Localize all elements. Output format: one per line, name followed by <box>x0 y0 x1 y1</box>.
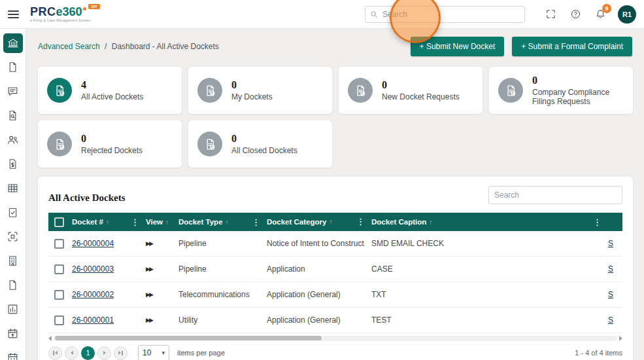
docket-stat-icon <box>47 132 72 156</box>
column-header-type[interactable]: Docket Type↑ ⋮ <box>176 216 264 228</box>
docket-number-link[interactable]: 26-0000004 <box>72 239 114 248</box>
view-docket-icon[interactable]: ▶▶ <box>146 291 152 298</box>
sort-icon[interactable]: ↑ <box>329 218 332 226</box>
column-menu-icon[interactable]: ⋮ <box>592 217 603 227</box>
menu-button[interactable] <box>8 6 25 23</box>
row-checkbox[interactable] <box>54 315 64 325</box>
scroll-left-icon[interactable] <box>48 336 52 341</box>
submit-formal-complaint-button[interactable]: + Submit a Formal Complaint <box>512 37 632 56</box>
docket-category-cell: Application (General) <box>264 289 369 301</box>
calendar-icon <box>7 351 19 360</box>
stat-label: All Closed Dockets <box>231 146 297 155</box>
sidebar-item-files[interactable] <box>0 273 26 297</box>
all-active-dockets-panel: All Active Dockets Docket #↑ ⋮ View↑ Doc… <box>38 177 633 360</box>
sidebar-item-calendar-export[interactable] <box>0 321 26 346</box>
docket-stat-icon <box>348 78 373 103</box>
pagination-current-page[interactable]: 1 <box>81 346 95 360</box>
clipped-link[interactable]: S <box>608 290 613 299</box>
column-header-docket[interactable]: Docket #↑ ⋮ <box>69 216 143 228</box>
pagination-previous-button[interactable] <box>65 346 78 360</box>
notification-badge: 9 <box>602 4 611 13</box>
clipped-link[interactable]: S <box>608 239 613 248</box>
sidebar-item-reports[interactable] <box>0 297 26 321</box>
app-logo[interactable]: PRC e360 e-Filing & Case Management Syst… <box>30 6 91 22</box>
sidebar-item-parties[interactable] <box>0 128 26 152</box>
docket-caption-cell: TXT <box>369 289 605 300</box>
chevron-down-icon: ▾ <box>161 350 165 356</box>
clipped-link[interactable]: S <box>608 264 613 274</box>
pagination-next-button[interactable] <box>97 346 111 360</box>
scrollbar-track[interactable] <box>54 336 617 341</box>
sort-icon[interactable]: ↑ <box>226 219 229 226</box>
scroll-right-icon[interactable] <box>619 336 622 341</box>
sidebar-item-organization[interactable] <box>0 249 26 273</box>
scrollbar-thumb[interactable] <box>55 336 322 340</box>
horizontal-scrollbar[interactable] <box>48 335 622 341</box>
docket-number-link[interactable]: 26-0000001 <box>72 315 114 325</box>
column-menu-icon[interactable]: ⋮ <box>129 217 141 227</box>
document-icon <box>7 61 19 73</box>
global-search-input[interactable] <box>365 6 525 23</box>
table-search-input[interactable] <box>488 186 622 204</box>
help-button[interactable] <box>568 7 583 22</box>
users-icon <box>7 134 19 146</box>
sidebar-item-scan[interactable] <box>0 225 26 249</box>
sort-icon[interactable]: ↑ <box>429 219 432 226</box>
sidebar-item-messages[interactable] <box>0 79 26 103</box>
row-checkbox[interactable] <box>54 239 64 249</box>
chat-icon <box>7 85 19 98</box>
sidebar-item-calendar[interactable] <box>0 346 26 360</box>
page-size-select[interactable]: 10 ▾ <box>138 345 169 360</box>
breadcrumb-advanced-search-link[interactable]: Advanced Search <box>38 42 100 51</box>
column-header-caption[interactable]: Docket Caption↑ ⋮ <box>369 216 605 228</box>
row-checkbox[interactable] <box>54 264 64 274</box>
view-docket-icon[interactable]: ▶▶ <box>146 266 152 272</box>
sort-icon[interactable]: ↑ <box>106 219 109 226</box>
docket-caption-cell: SMD EMAIL CHECK <box>369 238 605 249</box>
sidebar-item-records[interactable] <box>0 176 26 200</box>
topbar: PRC e360 e-Filing & Case Management Syst… <box>0 0 644 29</box>
document-icon <box>7 279 19 291</box>
stat-label: My Dockets <box>231 92 273 101</box>
notifications-button[interactable]: 9 <box>593 7 607 22</box>
docket-category-cell: Application (General) <box>264 314 369 327</box>
view-docket-icon[interactable]: ▶▶ <box>146 317 152 323</box>
docket-stat-icon <box>197 78 222 103</box>
column-menu-icon[interactable]: ⋮ <box>250 217 262 227</box>
stat-card-rejected-dockets[interactable]: 0 Rejected Dockets <box>38 120 182 168</box>
view-docket-icon[interactable]: ▶▶ <box>146 240 152 247</box>
search-icon <box>369 10 379 19</box>
logo-text-prc: PRC <box>30 6 56 18</box>
stat-card-company-compliance[interactable]: 0 Company Compliance Filings Requests <box>489 67 633 114</box>
docket-number-link[interactable]: 26-0000003 <box>72 264 114 274</box>
sort-icon[interactable]: ↑ <box>165 219 169 226</box>
column-header-view[interactable]: View↑ <box>143 217 176 227</box>
document-search-icon <box>7 109 19 122</box>
clipped-link[interactable]: S <box>608 315 613 325</box>
submit-new-docket-button[interactable]: + Submit New Docket <box>411 37 505 56</box>
breadcrumb-current: Dashboard - All Active Dockets <box>112 42 219 51</box>
row-checkbox[interactable] <box>54 290 64 300</box>
stat-card-all-closed-dockets[interactable]: 0 All Closed Dockets <box>188 120 332 168</box>
sidebar-item-tasks[interactable] <box>0 200 26 225</box>
select-all-checkbox[interactable] <box>54 217 64 227</box>
column-header-category[interactable]: Docket Category↑ ⋮ <box>264 215 369 228</box>
stat-value: 0 <box>81 133 143 145</box>
sidebar-item-docket-search[interactable] <box>0 103 26 128</box>
logo-text-e360: e360 <box>56 6 82 18</box>
stat-card-my-dockets[interactable]: 0 My Dockets <box>188 67 332 114</box>
sidebar-item-documents[interactable] <box>0 55 26 79</box>
fullscreen-button[interactable] <box>543 7 558 22</box>
docket-stat-icon <box>47 78 72 103</box>
pagination-first-button[interactable] <box>48 346 62 360</box>
stat-card-all-active-dockets[interactable]: 4 All Active Dockets <box>38 67 182 114</box>
sidebar-item-billing[interactable] <box>0 152 26 176</box>
stat-card-new-docket-requests[interactable]: 0 New Docket Requests <box>339 67 483 114</box>
pagination-last-button[interactable] <box>114 346 127 360</box>
table-header-row: Docket #↑ ⋮ View↑ Docket Type↑ ⋮ Docket … <box>48 213 622 231</box>
grid-icon <box>7 182 19 194</box>
sidebar-item-home[interactable] <box>0 31 26 55</box>
user-avatar[interactable]: R1 <box>618 5 636 24</box>
docket-number-link[interactable]: 26-0000002 <box>72 290 114 299</box>
column-menu-icon[interactable]: ⋮ <box>355 217 366 227</box>
